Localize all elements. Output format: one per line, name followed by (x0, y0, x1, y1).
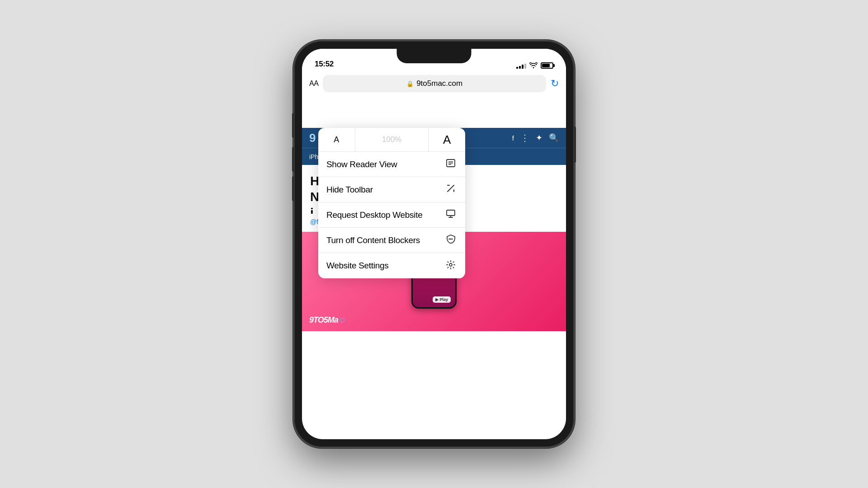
address-bar[interactable]: AA 🔒 9to5mac.com ↻ (302, 71, 566, 97)
signal-icon (516, 62, 526, 69)
site-logo-nav: 9 (309, 131, 315, 145)
signal-bar-4 (524, 64, 526, 69)
phone-mockup: 15:52 (294, 41, 574, 447)
desktop-icon (444, 209, 457, 221)
play-badge: ▶ Play (433, 296, 451, 303)
phone-screen: 15:52 (302, 49, 566, 439)
reload-button[interactable]: ↻ (551, 78, 559, 89)
reader-view-icon (444, 158, 457, 170)
address-field[interactable]: 🔒 9to5mac.com (323, 75, 546, 92)
font-increase-button[interactable]: A (429, 128, 465, 151)
website-settings-item[interactable]: Website Settings (318, 253, 465, 278)
signal-bar-1 (516, 67, 518, 69)
website-settings-label: Website Settings (326, 261, 444, 271)
hide-toolbar-label: Hide Toolbar (326, 185, 444, 195)
url-text: 9to5mac.com (416, 79, 462, 88)
turn-off-blockers-item[interactable]: Turn off Content Blockers (318, 228, 465, 253)
nav-more: ⋮ (520, 132, 529, 143)
phone-notch (397, 49, 472, 63)
nav-fb: f (512, 134, 514, 142)
font-small-label: A (334, 135, 339, 145)
font-decrease-button[interactable]: A (318, 128, 355, 151)
status-icons (516, 62, 553, 69)
status-time: 15:52 (315, 60, 334, 69)
battery-fill (542, 64, 550, 67)
signal-bar-3 (522, 65, 524, 69)
battery-icon (541, 62, 553, 69)
font-percent-value: 100% (382, 135, 401, 144)
font-percent-display: 100% (355, 128, 429, 151)
turn-off-blockers-label: Turn off Content Blockers (326, 235, 444, 245)
request-desktop-label: Request Desktop Website (326, 210, 444, 220)
svg-line-4 (448, 185, 454, 192)
font-size-row[interactable]: A 100% A (318, 128, 465, 152)
hide-toolbar-icon (444, 183, 457, 196)
nav-search: 🔍 (549, 133, 559, 143)
signal-bar-2 (519, 66, 521, 69)
aa-button[interactable]: AA (309, 80, 318, 88)
show-reader-view-item[interactable]: Show Reader View (318, 152, 465, 177)
svg-rect-7 (447, 210, 455, 216)
svg-point-11 (449, 263, 452, 266)
gear-icon (444, 260, 457, 272)
hide-toolbar-item[interactable]: Hide Toolbar (318, 177, 465, 202)
lock-icon: 🔒 (406, 80, 414, 87)
font-large-label: A (443, 133, 451, 147)
dropdown-panel: A 100% A Show Reader View (318, 128, 465, 278)
show-reader-view-label: Show Reader View (326, 160, 444, 169)
shield-icon (444, 234, 457, 246)
request-desktop-item[interactable]: Request Desktop Website (318, 202, 465, 228)
nav-brightness: ✦ (536, 133, 542, 143)
wifi-icon (529, 62, 538, 69)
site-logo-banner: 9TO5Ma☺ (309, 315, 346, 325)
